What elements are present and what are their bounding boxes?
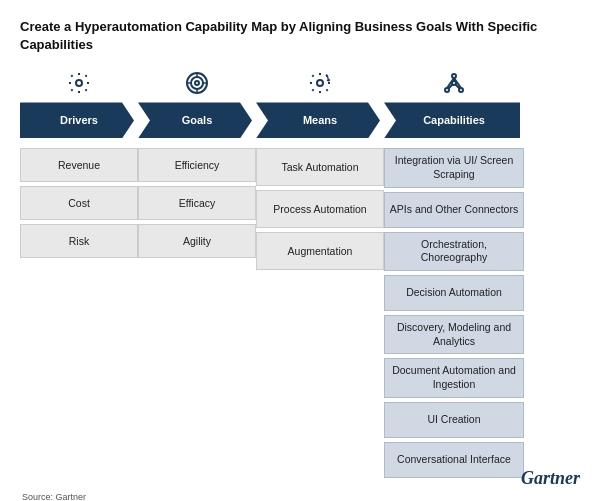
cell-risk: Risk [20,224,138,258]
cell-ui-creation: UI Creation [384,402,524,438]
source-label: Source: Gartner [22,492,580,502]
column-capabilities: Capabilities Integration via UI/ Screen … [384,68,524,481]
column-means: Means Task Automation Process Automation… [256,68,384,274]
page-title: Create a Hyperautomation Capability Map … [20,18,580,54]
cell-revenue: Revenue [20,148,138,182]
drivers-icon [20,68,138,98]
means-label: Means [303,114,337,126]
cell-task-automation: Task Automation [256,148,384,186]
svg-point-6 [445,88,449,92]
gartner-logo: Gartner [521,468,580,489]
drivers-header: Drivers [20,98,138,142]
column-goals: Goals Efficiency Efficacy Agility [138,68,256,262]
drivers-label: Drivers [60,114,98,126]
capabilities-icon [384,68,524,98]
cell-integration-scraping: Integration via UI/ Screen Scraping [384,148,524,187]
svg-point-3 [195,81,199,85]
nodes-icon [442,71,466,95]
cell-conversational-interface: Conversational Interface [384,442,524,478]
capabilities-header: Capabilities [384,98,524,142]
goals-header: Goals [138,98,256,142]
cell-discovery-modeling: Discovery, Modeling and Analytics [384,315,524,354]
cog-rotate-icon [308,71,332,95]
diagram: Drivers Revenue Cost Risk Go [20,68,580,481]
goals-label: Goals [182,114,213,126]
source-text: Source: Gartner 734894_C [20,492,580,502]
svg-point-7 [459,88,463,92]
cell-apis-connectors: APIs and Other Connectors [384,192,524,228]
cell-decision-automation: Decision Automation [384,275,524,311]
cell-agility: Agility [138,224,256,258]
svg-point-0 [76,80,82,86]
target-icon [185,71,209,95]
svg-point-2 [191,77,203,89]
cell-cost: Cost [20,186,138,220]
gear-icon [67,71,91,95]
main-container: Create a Hyperautomation Capability Map … [0,0,600,501]
column-drivers: Drivers Revenue Cost Risk [20,68,138,262]
means-header: Means [256,98,384,142]
cell-document-automation: Document Automation and Ingestion [384,358,524,397]
cell-efficiency: Efficiency [138,148,256,182]
svg-point-5 [452,74,456,78]
goals-icon [138,68,256,98]
cell-efficacy: Efficacy [138,186,256,220]
capabilities-label: Capabilities [423,114,485,126]
svg-point-4 [317,80,323,86]
cell-orchestration: Orchestration, Choreography [384,232,524,271]
means-icon [256,68,384,98]
cell-augmentation: Augmentation [256,232,384,270]
cell-process-automation: Process Automation [256,190,384,228]
